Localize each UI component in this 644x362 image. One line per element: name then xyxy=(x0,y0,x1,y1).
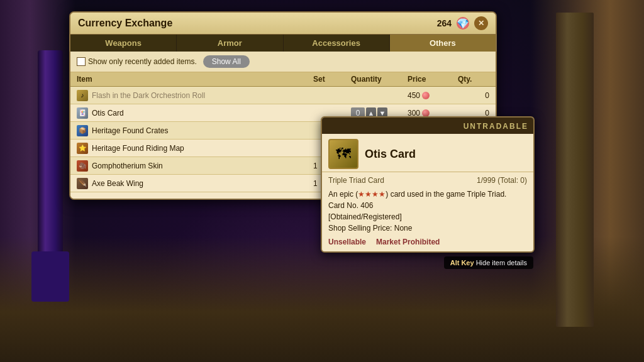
tooltip-desc-line1: An epic (★★★★) card used in the game Tri… xyxy=(328,189,527,200)
tooltip-prop-unsellable: Unsellable xyxy=(328,238,366,246)
filter-label: Show only recently added items. xyxy=(88,57,197,66)
tab-others[interactable]: Others xyxy=(390,35,496,52)
tab-bar: Weapons Armor Accessories Others xyxy=(70,35,496,52)
recently-added-checkbox-area[interactable]: Show only recently added items. xyxy=(77,57,197,66)
panel-header-right: 264 💎 ✕ xyxy=(437,16,488,30)
item-cell: ♪ Flash in the Dark Orchestrion Roll xyxy=(77,90,313,101)
tooltip-desc-line3: [Obtained/Registered] xyxy=(328,211,527,222)
tooltip-item-name: Otis Card xyxy=(365,148,416,161)
price-text: 450 xyxy=(408,91,420,100)
hint-key: Alt Key xyxy=(450,259,474,266)
col-item: Item xyxy=(77,75,313,84)
tooltip-item-count: 1/999 (Total: 0) xyxy=(477,176,527,185)
item-name: Heritage Found Crates xyxy=(92,126,168,135)
item-cell: 🃏 Otis Card xyxy=(77,107,313,119)
tooltip-body: Triple Triad Card 1/999 (Total: 0) An ep… xyxy=(322,172,533,251)
tooltip-title-row: 🗺 Otis Card xyxy=(322,134,533,172)
item-name: Axe Beak Wing xyxy=(92,179,143,188)
pillar-left xyxy=(38,50,63,302)
tooltip-item-type: Triple Triad Card xyxy=(328,176,384,185)
item-cell: 🪶 Axe Beak Wing xyxy=(77,178,313,189)
item-icon-wing: 🪶 xyxy=(77,178,88,189)
filter-bar: Show only recently added items. Show All xyxy=(70,52,496,72)
tooltip-desc-line4: Shop Selling Price: None xyxy=(328,222,527,234)
item-name: Heritage Found Riding Map xyxy=(92,144,184,153)
table-row[interactable]: ♪ Flash in the Dark Orchestrion Roll 450… xyxy=(70,87,496,104)
tooltip-hint: Alt Key Hide item details xyxy=(444,256,533,269)
panel-title: Currency Exchange xyxy=(78,18,172,29)
tooltip-prop-market: Market Prohibited xyxy=(376,238,440,246)
table-header-row: Item Set Quantity Price Qty. xyxy=(70,72,496,87)
col-quantity: Quantity xyxy=(351,75,408,84)
item-icon-skin: 🦣 xyxy=(77,160,88,172)
tooltip-item-icon: 🗺 xyxy=(328,139,358,169)
tooltip-desc-text2: ) card used in the game Triple Triad. xyxy=(386,190,506,199)
item-name: Otis Card xyxy=(92,109,124,118)
item-name: Flash in the Dark Orchestrion Roll xyxy=(92,91,205,100)
tab-armor[interactable]: Armor xyxy=(177,35,283,52)
tooltip-desc-line2: Card No. 406 xyxy=(328,200,527,211)
tooltip-properties: Unsellable Market Prohibited xyxy=(328,238,527,246)
item-icon-music: ♪ xyxy=(77,90,88,101)
tooltip-description: An epic (★★★★) card used in the game Tri… xyxy=(328,189,527,234)
item-tooltip-popup: UNTRADABLE 🗺 Otis Card Triple Triad Card… xyxy=(321,116,535,253)
close-button[interactable]: ✕ xyxy=(474,16,488,30)
item-cell: ⭐ Heritage Found Riding Map xyxy=(77,143,313,154)
price-gem-icon xyxy=(422,92,430,99)
item-icon-star: ⭐ xyxy=(77,143,88,154)
untradable-label: UNTRADABLE xyxy=(464,122,528,131)
bg-ground-decoration xyxy=(0,236,644,362)
item-icon-card: 🃏 xyxy=(77,107,88,119)
col-price: Price xyxy=(408,75,458,84)
pillar-right xyxy=(556,13,594,327)
tooltip-type-row: Triple Triad Card 1/999 (Total: 0) xyxy=(328,176,527,185)
tooltip-icon-glyph: 🗺 xyxy=(336,145,351,163)
item-cell: 🦣 Gomphotherium Skin xyxy=(77,160,313,172)
checkbox-icon xyxy=(77,57,86,66)
price-cell: 450 xyxy=(408,91,458,100)
item-name: Gomphotherium Skin xyxy=(92,162,163,170)
item-icon-crate: 📦 xyxy=(77,125,88,136)
col-qty: Qty. xyxy=(458,75,489,84)
tab-accessories[interactable]: Accessories xyxy=(284,35,390,52)
star-rating: ★★★★ xyxy=(358,190,386,199)
hint-action: Hide item details xyxy=(476,259,527,266)
price-gem-icon xyxy=(422,109,430,117)
item-cell: 📦 Heritage Found Crates xyxy=(77,125,313,136)
show-all-button[interactable]: Show All xyxy=(203,55,250,68)
tooltip-header: UNTRADABLE xyxy=(322,118,533,134)
tab-weapons[interactable]: Weapons xyxy=(70,35,177,52)
panel-header: Currency Exchange 264 💎 ✕ xyxy=(70,13,496,35)
tooltip-desc-text1: An epic ( xyxy=(328,190,358,199)
col-set: Set xyxy=(313,75,351,84)
currency-amount: 264 xyxy=(437,18,452,28)
qty-owned: 0 xyxy=(458,91,489,100)
currency-gem-icon: 💎 xyxy=(457,17,469,30)
